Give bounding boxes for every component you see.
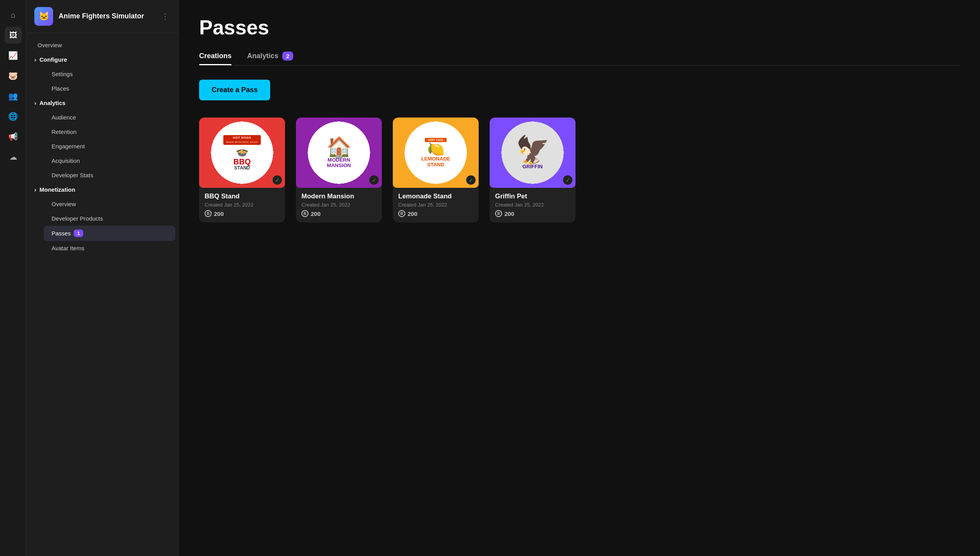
pass-date-bbq: Created Jan 25, 2022 bbox=[205, 202, 280, 208]
pass-card-image-bbq: HOT DOGSMADE WITH REAL DOGS 🍲 BBQ STAND … bbox=[199, 118, 285, 188]
tab-creations[interactable]: Creations bbox=[199, 52, 232, 65]
pass-card-image-lemonade: VERY COOL 🍋 LEMONADESTAND ✓ bbox=[393, 118, 479, 188]
pass-card-bbq-stand[interactable]: HOT DOGSMADE WITH REAL DOGS 🍲 BBQ STAND … bbox=[199, 118, 285, 223]
tabs-bar: Creations Analytics 2 bbox=[199, 52, 960, 66]
pass-card-image-mansion: 🏠 MODERNMANSION ✓ bbox=[296, 118, 382, 188]
pass-date-mansion: Created Jan 25, 2022 bbox=[301, 202, 376, 208]
sidebar-item-developer-stats[interactable]: Developer Stats bbox=[41, 168, 178, 182]
pass-card-check-mansion: ✓ bbox=[369, 175, 379, 185]
pass-date-lemonade: Created Jan 25, 2022 bbox=[398, 202, 473, 208]
users-icon[interactable]: 👥 bbox=[5, 87, 22, 105]
megaphone-icon[interactable]: 📢 bbox=[5, 128, 22, 145]
pass-name-mansion: Modern Mansion bbox=[301, 192, 376, 200]
home-icon[interactable]: ⌂ bbox=[5, 6, 22, 23]
sidebar-header: 🐱 Anime Fighters Simulator ⋮ bbox=[27, 0, 178, 33]
robux-icon-griffin: R bbox=[495, 210, 502, 217]
sidebar-section-configure[interactable]: › Configure bbox=[27, 52, 178, 67]
icon-rail: ⌂ 🖼 📈 🐷 👥 🌐 📢 ☁ bbox=[0, 0, 27, 556]
tab-analytics[interactable]: Analytics 2 bbox=[247, 52, 293, 65]
pass-name-griffin: Griffin Pet bbox=[495, 192, 570, 200]
game-avatar: 🐱 bbox=[34, 7, 53, 26]
passes-badge: 1 bbox=[74, 230, 83, 237]
robux-icon-mansion: R bbox=[301, 210, 308, 217]
chevron-icon: › bbox=[34, 100, 36, 106]
pass-price-mansion: R 200 bbox=[301, 210, 376, 217]
analytics-tab-badge: 2 bbox=[282, 52, 293, 61]
pass-card-check-lemonade: ✓ bbox=[466, 175, 476, 185]
create-pass-button[interactable]: Create a Pass bbox=[199, 80, 270, 100]
cloud-icon[interactable]: ☁ bbox=[5, 148, 22, 166]
image-icon[interactable]: 🖼 bbox=[5, 27, 22, 44]
analytics-subnav: Audience Retention Engagement Acquisitio… bbox=[27, 110, 178, 182]
pass-card-lemonade-stand[interactable]: VERY COOL 🍋 LEMONADESTAND ✓ Lemonade Sta… bbox=[393, 118, 479, 223]
sidebar-item-avatar-items[interactable]: Avatar Items bbox=[41, 241, 178, 255]
robux-icon-bbq: R bbox=[205, 210, 212, 217]
sidebar-item-settings[interactable]: Settings bbox=[41, 67, 178, 81]
pass-card-griffin-pet[interactable]: 🦅 GRIFFIN ✓ Griffin Pet Created Jan 25, … bbox=[490, 118, 576, 223]
pass-card-image-griffin: 🦅 GRIFFIN ✓ bbox=[490, 118, 576, 188]
more-options-icon[interactable]: ⋮ bbox=[160, 10, 171, 23]
page-title: Passes bbox=[199, 16, 960, 39]
configure-subnav: Settings Places bbox=[27, 67, 178, 96]
robux-icon-lemonade: R bbox=[398, 210, 405, 217]
sidebar-item-engagement[interactable]: Engagement bbox=[41, 139, 178, 153]
chevron-icon: › bbox=[34, 186, 36, 193]
pass-date-griffin: Created Jan 25, 2022 bbox=[495, 202, 570, 208]
game-title: Anime Fighters Simulator bbox=[59, 12, 144, 21]
sidebar-item-acquisition[interactable]: Acquisition bbox=[41, 153, 178, 168]
sidebar-item-passes[interactable]: Passes 1 bbox=[44, 226, 175, 241]
sidebar-item-places[interactable]: Places bbox=[41, 81, 178, 96]
sidebar-item-developer-products[interactable]: Developer Products bbox=[41, 211, 178, 226]
sidebar-navigation: Overview › Configure Settings Places › A… bbox=[27, 33, 178, 260]
pass-price-griffin: R 200 bbox=[495, 210, 570, 217]
sidebar-section-monetization[interactable]: › Monetization bbox=[27, 182, 178, 197]
sidebar-item-overview[interactable]: Overview bbox=[27, 38, 178, 52]
translate-icon[interactable]: 🌐 bbox=[5, 108, 22, 125]
pass-card-info-griffin: Griffin Pet Created Jan 25, 2022 R 200 bbox=[490, 188, 576, 223]
pass-card-info-bbq: BBQ Stand Created Jan 25, 2022 R 200 bbox=[199, 188, 285, 223]
sidebar-item-monetization-overview[interactable]: Overview bbox=[41, 197, 178, 211]
sidebar-item-retention[interactable]: Retention bbox=[41, 125, 178, 139]
analytics-icon[interactable]: 📈 bbox=[5, 47, 22, 64]
sidebar-item-audience[interactable]: Audience bbox=[41, 110, 178, 125]
pass-price-lemonade: R 200 bbox=[398, 210, 473, 217]
pass-card-modern-mansion[interactable]: 🏠 MODERNMANSION ✓ Modern Mansion Created… bbox=[296, 118, 382, 223]
sidebar-section-analytics[interactable]: › Analytics bbox=[27, 96, 178, 110]
pass-card-info-lemonade: Lemonade Stand Created Jan 25, 2022 R 20… bbox=[393, 188, 479, 223]
chevron-icon: › bbox=[34, 56, 36, 63]
pass-name-lemonade: Lemonade Stand bbox=[398, 192, 473, 200]
main-content: Passes Creations Analytics 2 Create a Pa… bbox=[179, 0, 980, 556]
piggy-bank-icon[interactable]: 🐷 bbox=[5, 67, 22, 84]
pass-price-bbq: R 200 bbox=[205, 210, 280, 217]
monetization-subnav: Overview Developer Products Passes 1 Ava… bbox=[27, 197, 178, 255]
sidebar: 🐱 Anime Fighters Simulator ⋮ Overview › … bbox=[27, 0, 179, 556]
passes-grid: HOT DOGSMADE WITH REAL DOGS 🍲 BBQ STAND … bbox=[199, 118, 960, 223]
pass-card-info-mansion: Modern Mansion Created Jan 25, 2022 R 20… bbox=[296, 188, 382, 223]
pass-card-check-griffin: ✓ bbox=[563, 175, 572, 185]
pass-name-bbq: BBQ Stand bbox=[205, 192, 280, 200]
pass-card-check-bbq: ✓ bbox=[273, 175, 282, 185]
